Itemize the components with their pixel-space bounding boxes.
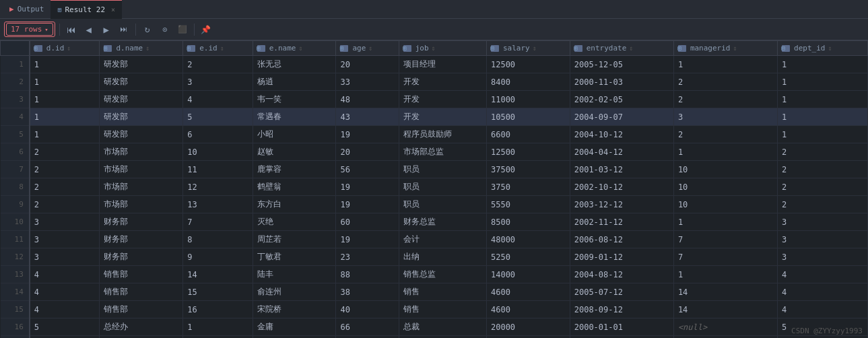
table-cell[interactable]: 总裁	[399, 318, 486, 336]
table-row[interactable]: 113财务部8周芷若19会计480002006-08-1273	[1, 231, 868, 248]
table-row[interactable]: 31研发部4韦一笑48开发110002002-02-0521	[1, 91, 868, 108]
table-cell[interactable]: 2	[30, 196, 100, 213]
table-cell[interactable]: 出纳	[399, 248, 486, 266]
table-cell[interactable]: 8	[183, 231, 253, 248]
table-cell[interactable]: 鹤壁翁	[253, 178, 336, 196]
table-cell[interactable]: 鹿掌容	[253, 161, 336, 178]
table-cell[interactable]: 财务总监	[399, 213, 486, 231]
table-cell[interactable]: 研发部	[100, 56, 183, 73]
col-header-d-id[interactable]: d.id ⇕	[30, 41, 100, 56]
table-row[interactable]: 41研发部5常遇春43开发105002004-09-0731	[1, 108, 868, 126]
tab-close-icon[interactable]: ×	[111, 6, 115, 13]
sort-icon-ename[interactable]: ⇕	[298, 44, 302, 52]
table-cell[interactable]: 12500	[486, 56, 570, 73]
table-cell[interactable]: 人事部	[100, 336, 183, 339]
table-cell[interactable]: 4	[30, 283, 100, 301]
table-cell[interactable]: 23	[336, 248, 399, 266]
first-page-button[interactable]: ⏮	[64, 22, 79, 37]
table-cell[interactable]: 66	[336, 318, 399, 336]
table-cell[interactable]: 8400	[486, 73, 570, 91]
table-cell[interactable]: 销售	[399, 283, 486, 301]
table-cell[interactable]: 14	[673, 283, 777, 301]
table-cell[interactable]: 19	[336, 178, 399, 196]
table-cell[interactable]: 研发部	[100, 73, 183, 91]
table-cell[interactable]: 韦一笑	[253, 91, 336, 108]
rows-badge[interactable]: 17 rows ▾	[6, 23, 53, 36]
table-cell[interactable]: <null>	[336, 336, 399, 339]
table-cell[interactable]: 10	[673, 161, 777, 178]
table-cell[interactable]: 2004-08-12	[570, 266, 673, 283]
table-cell[interactable]: 43	[336, 108, 399, 126]
prev-page-button[interactable]: ◀	[81, 22, 96, 37]
table-cell[interactable]: 7	[673, 248, 777, 266]
table-cell[interactable]: 20	[336, 56, 399, 73]
table-cell[interactable]: 会计	[399, 231, 486, 248]
table-cell[interactable]: 33	[336, 73, 399, 91]
table-cell[interactable]: 19	[336, 126, 399, 143]
table-cell[interactable]: 14000	[486, 266, 570, 283]
table-cell[interactable]: <null>	[399, 336, 486, 339]
table-cell[interactable]: 3	[30, 231, 100, 248]
col-header-e-name[interactable]: e.name ⇕	[253, 41, 336, 56]
stop-button[interactable]: ⬛	[175, 22, 190, 37]
table-row[interactable]: 21研发部3杨逍33开发84002000-11-0321	[1, 73, 868, 91]
tab-result22[interactable]: ⊞ Result 22 ×	[51, 0, 122, 19]
table-cell[interactable]: 销售部	[100, 301, 183, 318]
table-cell[interactable]: 宋院桥	[253, 301, 336, 318]
table-cell[interactable]: 1	[778, 91, 868, 108]
col-header-managerid[interactable]: managerid ⇕	[673, 41, 777, 56]
col-header-dept-id[interactable]: dept_id ⇕	[778, 41, 868, 56]
table-cell[interactable]: 职员	[399, 196, 486, 213]
table-cell[interactable]: 3	[673, 108, 777, 126]
table-cell[interactable]: 项目经理	[399, 56, 486, 73]
table-cell[interactable]: 程序员鼓励师	[399, 126, 486, 143]
sort-icon-eid[interactable]: ⇕	[220, 44, 224, 52]
table-cell[interactable]: 张无忌	[253, 56, 336, 73]
table-cell[interactable]: 2000-01-01	[570, 318, 673, 336]
table-cell[interactable]: 5	[183, 108, 253, 126]
table-cell[interactable]: <null>	[253, 336, 336, 339]
sort-icon-entrydate[interactable]: ⇕	[629, 44, 633, 52]
table-cell[interactable]: <null>	[486, 336, 570, 339]
table-cell[interactable]: 10	[673, 178, 777, 196]
table-cell[interactable]: 2	[183, 56, 253, 73]
col-header-job[interactable]: job ⇕	[399, 41, 486, 56]
table-cell[interactable]: 2	[778, 161, 868, 178]
table-cell[interactable]: 市场部	[100, 161, 183, 178]
table-cell[interactable]: 37500	[486, 161, 570, 178]
col-header-salary[interactable]: salary ⇕	[486, 41, 570, 56]
table-cell[interactable]: 7	[673, 231, 777, 248]
table-cell[interactable]: 2006-08-12	[570, 231, 673, 248]
table-cell[interactable]: 6	[183, 126, 253, 143]
table-cell[interactable]: 2002-02-05	[570, 91, 673, 108]
table-cell[interactable]: 6	[30, 336, 100, 339]
table-cell[interactable]: 19	[336, 196, 399, 213]
table-cell[interactable]: 开发	[399, 108, 486, 126]
table-row[interactable]: 176人事部<null><null><null><null><null><nul…	[1, 336, 868, 339]
table-cell[interactable]: 市场部	[100, 143, 183, 161]
table-cell[interactable]: <null>	[673, 336, 777, 339]
table-row[interactable]: 62市场部10赵敏20市场部总监125002004-04-1212	[1, 143, 868, 161]
table-cell[interactable]: 丁敏君	[253, 248, 336, 266]
table-cell[interactable]: 1	[30, 108, 100, 126]
table-cell[interactable]: 48000	[486, 231, 570, 248]
table-cell[interactable]: 财务部	[100, 231, 183, 248]
table-row[interactable]: 92市场部13东方白19职员55502003-12-12102	[1, 196, 868, 213]
table-cell[interactable]: 1	[673, 143, 777, 161]
sort-icon-salary[interactable]: ⇕	[533, 44, 537, 52]
table-cell[interactable]: 市场部	[100, 196, 183, 213]
pin-button[interactable]: 📌	[199, 22, 213, 37]
table-cell[interactable]: 14	[673, 301, 777, 318]
table-cell[interactable]: 48	[336, 91, 399, 108]
table-cell[interactable]: 5250	[486, 248, 570, 266]
sort-icon-did[interactable]: ⇕	[67, 44, 71, 52]
sort-icon-managerid[interactable]: ⇕	[733, 44, 737, 52]
table-cell[interactable]: 2001-03-12	[570, 161, 673, 178]
table-cell[interactable]: 研发部	[100, 126, 183, 143]
table-cell[interactable]: 2008-09-12	[570, 301, 673, 318]
next-page-button[interactable]: ▶	[99, 22, 114, 37]
col-header-age[interactable]: age ⇕	[336, 41, 399, 56]
table-cell[interactable]: 周芷若	[253, 231, 336, 248]
col-header-e-id[interactable]: e.id ⇕	[183, 41, 253, 56]
table-row[interactable]: 11研发部2张无忌20项目经理125002005-12-0511	[1, 56, 868, 73]
